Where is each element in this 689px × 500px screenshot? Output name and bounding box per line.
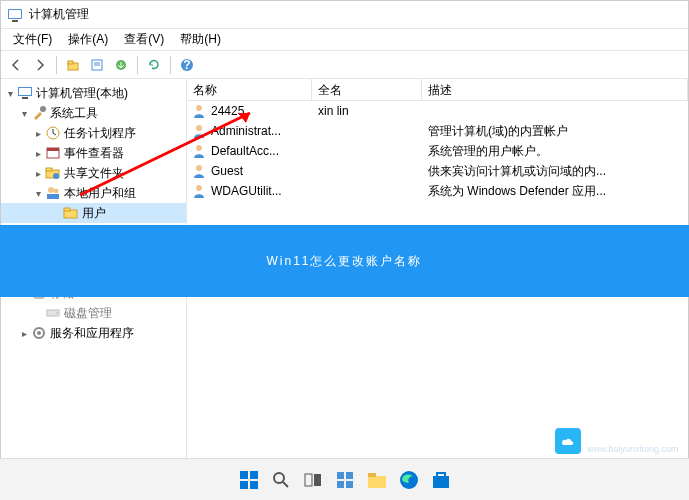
- tree-task-scheduler[interactable]: ▸任务计划程序: [1, 123, 186, 143]
- user-row[interactable]: WDAGUtilit...系统为 Windows Defender 应用...: [187, 181, 688, 201]
- user-row[interactable]: Administrat...管理计算机(域)的内置帐户: [187, 121, 688, 141]
- menu-help[interactable]: 帮助(H): [172, 29, 229, 50]
- tree-shared-folders[interactable]: ▸共享文件夹: [1, 163, 186, 183]
- tree-event-viewer[interactable]: ▸事件查看器: [1, 143, 186, 163]
- banner-text: Win11怎么更改账户名称: [266, 253, 422, 270]
- user-icon: [191, 183, 207, 199]
- taskbar: [0, 458, 689, 500]
- svg-rect-54: [346, 472, 353, 479]
- shared-folder-icon: [45, 165, 61, 181]
- svg-rect-12: [19, 88, 31, 95]
- svg-point-38: [196, 105, 202, 111]
- titlebar: 计算机管理: [1, 1, 688, 29]
- svg-point-42: [196, 185, 202, 191]
- user-row[interactable]: 24425xin lin: [187, 101, 688, 121]
- folder-icon: [63, 205, 79, 221]
- app-icon: [7, 7, 23, 23]
- svg-rect-51: [305, 474, 312, 486]
- svg-point-37: [37, 331, 41, 335]
- svg-rect-55: [337, 481, 344, 488]
- toolbar-separator: [137, 56, 138, 74]
- list-header: 名称 全名 描述: [187, 79, 688, 101]
- svg-point-40: [196, 145, 202, 151]
- svg-rect-56: [346, 481, 353, 488]
- svg-point-21: [48, 187, 54, 193]
- computer-icon: [17, 85, 33, 101]
- properties-button[interactable]: [86, 54, 108, 76]
- svg-rect-47: [240, 481, 248, 489]
- svg-rect-46: [250, 471, 258, 479]
- svg-text:?: ?: [183, 58, 190, 72]
- back-button[interactable]: [5, 54, 27, 76]
- tree-local-users-groups[interactable]: ▾本地用户和组: [1, 183, 186, 203]
- col-desc[interactable]: 描述: [422, 79, 688, 100]
- svg-point-14: [40, 106, 46, 112]
- explorer-icon[interactable]: [364, 467, 390, 493]
- svg-point-39: [196, 125, 202, 131]
- svg-rect-4: [68, 61, 73, 64]
- toolbar: ?: [1, 51, 688, 79]
- watermark-icon: [555, 428, 581, 454]
- export-button[interactable]: [110, 54, 132, 76]
- svg-rect-58: [368, 473, 376, 477]
- start-button[interactable]: [236, 467, 262, 493]
- tree-root[interactable]: ▾计算机管理(本地): [1, 83, 186, 103]
- svg-line-50: [283, 482, 288, 487]
- menu-view[interactable]: 查看(V): [116, 29, 172, 50]
- svg-point-20: [53, 173, 59, 179]
- menubar: 文件(F) 操作(A) 查看(V) 帮助(H): [1, 29, 688, 51]
- up-button[interactable]: [62, 54, 84, 76]
- svg-point-35: [56, 312, 58, 314]
- svg-rect-25: [64, 208, 70, 211]
- edge-icon[interactable]: [396, 467, 422, 493]
- user-row[interactable]: Guest供来宾访问计算机或访问域的内...: [187, 161, 688, 181]
- user-icon: [191, 123, 207, 139]
- watermark: 白云一键重装系统 www.baiyunxitong.com: [555, 427, 683, 454]
- svg-rect-45: [240, 471, 248, 479]
- users-groups-icon: [45, 185, 61, 201]
- svg-rect-57: [368, 476, 386, 488]
- store-icon[interactable]: [428, 467, 454, 493]
- help-button[interactable]: ?: [176, 54, 198, 76]
- svg-rect-17: [47, 148, 59, 151]
- svg-rect-13: [22, 97, 28, 99]
- svg-rect-60: [433, 476, 449, 488]
- list-body: 24425xin linAdministrat...管理计算机(域)的内置帐户D…: [187, 101, 688, 201]
- disk-icon: [45, 305, 61, 321]
- svg-rect-48: [250, 481, 258, 489]
- svg-rect-53: [337, 472, 344, 479]
- watermark-text: 白云一键重装系统 www.baiyunxitong.com: [587, 427, 683, 454]
- toolbar-separator: [56, 56, 57, 74]
- tree-system-tools[interactable]: ▾系统工具: [1, 103, 186, 123]
- toolbar-separator: [170, 56, 171, 74]
- svg-rect-19: [46, 168, 52, 171]
- search-icon[interactable]: [268, 467, 294, 493]
- svg-point-49: [274, 473, 284, 483]
- user-row[interactable]: DefaultAcc...系统管理的用户帐户。: [187, 141, 688, 161]
- svg-rect-2: [12, 20, 18, 22]
- refresh-button[interactable]: [143, 54, 165, 76]
- menu-action[interactable]: 操作(A): [60, 29, 116, 50]
- overlay-banner: Win11怎么更改账户名称: [0, 225, 689, 297]
- user-icon: [191, 103, 207, 119]
- col-fullname[interactable]: 全名: [312, 79, 422, 100]
- forward-button[interactable]: [29, 54, 51, 76]
- user-icon: [191, 163, 207, 179]
- menu-file[interactable]: 文件(F): [5, 29, 60, 50]
- taskview-icon[interactable]: [300, 467, 326, 493]
- tree-disk-management[interactable]: 磁盘管理: [1, 303, 186, 323]
- svg-point-22: [54, 189, 59, 194]
- tree-users[interactable]: 用户: [1, 203, 186, 223]
- col-name[interactable]: 名称: [187, 79, 312, 100]
- tools-icon: [31, 105, 47, 121]
- svg-rect-23: [47, 194, 59, 199]
- widgets-icon[interactable]: [332, 467, 358, 493]
- svg-point-41: [196, 165, 202, 171]
- svg-rect-52: [314, 474, 321, 486]
- tree-services-apps[interactable]: ▸服务和应用程序: [1, 323, 186, 343]
- svg-rect-1: [9, 10, 21, 18]
- services-icon: [31, 325, 47, 341]
- window-title: 计算机管理: [29, 6, 89, 23]
- user-icon: [191, 143, 207, 159]
- clock-icon: [45, 125, 61, 141]
